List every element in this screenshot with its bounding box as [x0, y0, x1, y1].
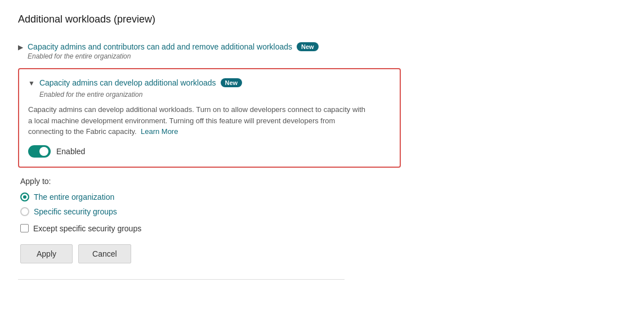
item2-badge: New: [221, 78, 243, 87]
radio-specific-groups-label[interactable]: Specific security groups: [34, 207, 117, 216]
button-row: Apply Cancel: [20, 244, 626, 263]
page-title: Additional workloads (preview): [18, 14, 626, 25]
except-groups-label[interactable]: Except specific security groups: [33, 224, 141, 233]
except-groups-checkbox[interactable]: [20, 224, 29, 232]
toggle-slider: [28, 145, 51, 158]
chevron-down-icon: ▼: [28, 79, 35, 87]
item1-badge: New: [297, 42, 319, 51]
checkbox-except-groups[interactable]: Except specific security groups: [20, 224, 626, 233]
radio-entire-org-label[interactable]: The entire organization: [34, 192, 114, 201]
apply-button[interactable]: Apply: [20, 244, 73, 263]
radio-specific-groups[interactable]: [20, 207, 29, 216]
item1-content: Capacity admins and contributors can add…: [28, 42, 319, 60]
item2-description: Capacity admins can develop additional w…: [28, 104, 366, 137]
workload-item-2-header[interactable]: ▼ Capacity admins can develop additional…: [28, 78, 391, 98]
workload-item-2-card: ▼ Capacity admins can develop additional…: [18, 68, 401, 168]
item2-subtitle: Enabled for the entire organization: [39, 91, 242, 98]
cancel-button[interactable]: Cancel: [78, 244, 131, 263]
radio-item-specific-groups[interactable]: Specific security groups: [20, 207, 626, 216]
radio-entire-org[interactable]: [20, 192, 29, 201]
item1-subtitle: Enabled for the entire organization: [28, 52, 319, 60]
enabled-toggle[interactable]: [28, 145, 51, 158]
workload-item-1[interactable]: ▶ Capacity admins and contributors can a…: [18, 37, 626, 66]
apply-to-title: Apply to:: [20, 177, 626, 186]
item2-description-text: Capacity admins can develop additional w…: [28, 105, 365, 136]
item2-title-row: Capacity admins can develop additional w…: [39, 78, 242, 87]
item1-title-row: Capacity admins and contributors can add…: [28, 42, 319, 51]
item1-title: Capacity admins and contributors can add…: [28, 42, 292, 51]
chevron-right-icon: ▶: [18, 43, 23, 51]
toggle-row: Enabled: [28, 145, 391, 158]
item2-content: Capacity admins can develop additional w…: [39, 78, 242, 98]
radio-item-entire-org[interactable]: The entire organization: [20, 192, 626, 201]
item2-title: Capacity admins can develop additional w…: [39, 78, 216, 87]
radio-group: The entire organization Specific securit…: [20, 192, 626, 216]
apply-to-section: Apply to: The entire organization Specif…: [18, 177, 626, 263]
bottom-divider: [18, 279, 345, 280]
toggle-label: Enabled: [56, 147, 85, 156]
learn-more-link[interactable]: Learn More: [141, 127, 178, 136]
